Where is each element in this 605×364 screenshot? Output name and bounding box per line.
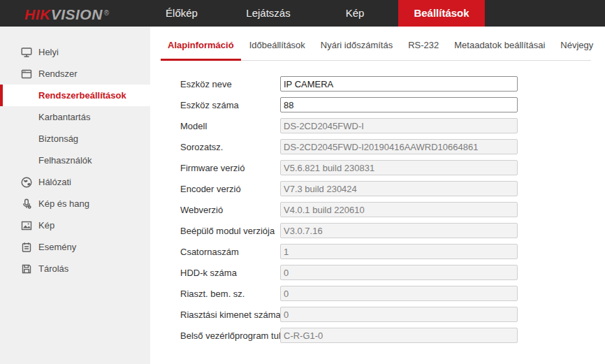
floppy-icon — [20, 263, 33, 275]
sidebar-item-label: Kép és hang — [38, 198, 89, 209]
channel-count-label: Csatornaszám — [180, 247, 280, 257]
firmware-property-field — [280, 328, 518, 343]
main-content: Alapinformáció Időbeállítások Nyári idős… — [150, 27, 605, 364]
sidebar-item-label: Felhasználók — [38, 155, 92, 166]
sidebar-item-users[interactable]: Felhasználók — [0, 150, 150, 171]
firmware-version-label: Firmware verzió — [180, 163, 280, 173]
encoder-version-label: Encoder verzió — [180, 184, 280, 194]
tab-basic-info[interactable]: Alapinformáció — [161, 32, 241, 61]
topbar: HIKVISION® Élőkép Lejátszás Kép Beállítá… — [0, 0, 605, 27]
top-navigation: Élőkép Lejátszás Kép Beállítások — [138, 0, 485, 27]
model-field — [280, 118, 518, 133]
serial-no-label: Sorozatsz. — [180, 142, 280, 152]
sidebar: Helyi Rendszer Rendszerbeállítások Karba… — [0, 27, 150, 364]
basic-info-form: Eszköz neve Eszköz száma Modell Sorozats… — [150, 73, 605, 346]
globe-icon — [20, 176, 33, 189]
plugin-version-field — [280, 223, 518, 238]
encoder-version-field — [280, 181, 518, 196]
alarm-output-count-label: Riasztási kimenet száma — [180, 310, 280, 320]
nav-tab-picture[interactable]: Kép — [312, 0, 398, 27]
plugin-version-label: Beépülő modul verziója — [180, 226, 280, 236]
form-row: Webverzió — [150, 199, 605, 220]
form-row: Modell — [150, 115, 605, 136]
sidebar-item-label: Tárolás — [38, 263, 68, 274]
sidebar-item-label: Rendszerbeállítások — [38, 90, 126, 101]
device-name-label: Eszköz neve — [180, 79, 280, 89]
sidebar-item-event[interactable]: Esemény — [0, 236, 150, 258]
sidebar-item-image[interactable]: Kép — [0, 214, 150, 236]
form-row: Riaszt. bem. sz. — [150, 283, 605, 304]
alarm-input-count-field — [280, 286, 518, 301]
sidebar-item-label: Hálózati — [38, 177, 71, 187]
sidebar-item-label: Kép — [38, 220, 54, 231]
hdd-count-label: HDD-k száma — [180, 268, 280, 278]
sidebar-item-label: Rendszer — [38, 68, 78, 79]
sidebar-item-system-settings[interactable]: Rendszerbeállítások — [0, 85, 150, 106]
tab-time-settings[interactable]: Időbeállítások — [242, 32, 312, 60]
tab-about[interactable]: Névjegy — [553, 32, 600, 60]
microphone-icon — [20, 198, 33, 210]
firmware-property-label: Belső vezérlőprogram tul... — [180, 330, 280, 341]
sidebar-item-label: Helyi — [38, 47, 59, 57]
settings-tab-bar: Alapinformáció Időbeállítások Nyári idős… — [161, 32, 591, 61]
hikvision-web-ui: HIKVISION® Élőkép Lejátszás Kép Beállítá… — [0, 0, 605, 364]
tab-metadata-settings[interactable]: Metaadatok beállításai — [447, 32, 552, 60]
sidebar-item-local[interactable]: Helyi — [0, 41, 150, 63]
notepad-icon — [20, 241, 33, 254]
form-row: Eszköz száma — [150, 94, 605, 115]
alarm-output-count-field — [280, 307, 518, 322]
sidebar-item-storage[interactable]: Tárolás — [0, 258, 150, 279]
device-no-input[interactable] — [280, 97, 518, 112]
tab-rs232[interactable]: RS-232 — [401, 32, 446, 60]
firmware-version-field — [280, 160, 518, 175]
sidebar-item-system[interactable]: Rendszer — [0, 63, 150, 85]
alarm-input-count-label: Riaszt. bem. sz. — [180, 289, 280, 299]
device-no-label: Eszköz száma — [180, 100, 280, 110]
monitor-icon — [20, 46, 33, 59]
registered-mark: ® — [104, 9, 110, 17]
form-row: Sorozatsz. — [150, 136, 605, 157]
web-version-field — [280, 202, 518, 217]
nav-tab-configuration[interactable]: Beállítások — [398, 0, 485, 27]
sidebar-item-maintenance[interactable]: Karbantartás — [0, 106, 150, 128]
sidebar-item-network[interactable]: Hálózati — [0, 171, 150, 193]
device-name-input[interactable] — [280, 76, 518, 92]
nav-tab-live-view[interactable]: Élőkép — [138, 0, 225, 27]
form-row: Encoder verzió — [150, 178, 605, 199]
tab-dst[interactable]: Nyári időszámítás — [314, 32, 400, 60]
form-row: Riasztási kimenet száma — [150, 304, 605, 325]
sidebar-item-security[interactable]: Biztonság — [0, 128, 150, 150]
sidebar-item-label: Biztonság — [38, 133, 78, 144]
hdd-count-field — [280, 265, 518, 280]
hikvision-logo: HIKVISION® — [24, 0, 110, 27]
channel-count-field — [280, 244, 518, 259]
form-row: Firmware verzió — [150, 157, 605, 178]
window-icon — [20, 68, 33, 80]
model-label: Modell — [180, 121, 280, 131]
logo-hik: HIK — [24, 6, 51, 22]
form-row: Csatornaszám — [150, 241, 605, 262]
web-version-label: Webverzió — [180, 205, 280, 215]
form-row: Beépülő modul verziója — [150, 220, 605, 241]
sidebar-item-label: Esemény — [38, 242, 76, 252]
sidebar-item-video-audio[interactable]: Kép és hang — [0, 193, 150, 214]
form-row: Belső vezérlőprogram tul... — [150, 325, 605, 346]
form-row: Eszköz neve — [150, 73, 605, 94]
image-icon — [20, 219, 33, 232]
sidebar-item-label: Karbantartás — [38, 112, 90, 122]
logo-vision: VISION — [51, 6, 103, 22]
serial-no-field — [280, 139, 518, 154]
form-row: HDD-k száma — [150, 262, 605, 283]
nav-tab-playback[interactable]: Lejátszás — [225, 0, 312, 27]
